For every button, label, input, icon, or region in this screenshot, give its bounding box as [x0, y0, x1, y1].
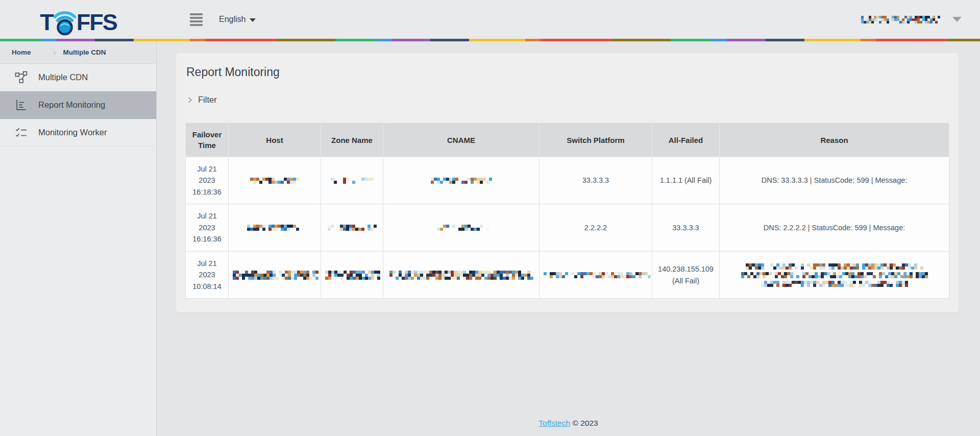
- user-name-redacted: [861, 16, 940, 23]
- cell-reason: DNS: 33.3.3.3 | StatusCode: 599 | Messag…: [720, 157, 949, 204]
- redacted-host: [233, 271, 316, 280]
- page-title: Report Monitoring: [186, 65, 949, 79]
- user-menu[interactable]: [861, 16, 962, 23]
- cell-zone-name: [321, 204, 383, 251]
- cell-all-failed: 1.1.1.1 (All Fail): [652, 157, 720, 204]
- sitemap-icon: [15, 71, 28, 84]
- cell-switch-platform: 2.2.2.2: [540, 204, 652, 251]
- top-header: T FFS English: [0, 0, 980, 39]
- redacted-cname: [387, 178, 535, 184]
- cell-cname: [383, 204, 540, 251]
- cell-switch-platform: [540, 251, 652, 298]
- cell-failover-time: Jul 21 2023 16:18:36: [186, 157, 229, 204]
- breadcrumb-current: Multiple CDN: [63, 49, 106, 56]
- cell-host: [229, 204, 321, 251]
- chevron-down-icon: [952, 17, 962, 22]
- report-table: Failover Time Host Zone Name CNAME Switc…: [185, 123, 949, 299]
- column-header-reason: Reason: [720, 123, 949, 157]
- breadcrumb: Home › Multiple CDN: [0, 41, 156, 64]
- sidebar-item-label: Multiple CDN: [38, 72, 88, 82]
- chevron-right-icon: [186, 96, 193, 104]
- cell-reason: [720, 251, 949, 298]
- sidebar-item-label: Report Monitoring: [38, 100, 105, 110]
- cell-reason: DNS: 2.2.2.2 | StatusCode: 599 | Message…: [720, 204, 949, 251]
- filter-label: Filter: [198, 95, 217, 105]
- cell-all-failed: 140.238.155.109 (All Fail): [652, 251, 720, 298]
- chevron-down-icon: [250, 18, 256, 22]
- column-header-cname: CNAME: [383, 123, 540, 157]
- cell-all-failed: 33.3.3.3: [652, 204, 720, 251]
- cell-host: [229, 251, 321, 298]
- hamburger-menu-icon[interactable]: [189, 10, 204, 29]
- column-header-failover-time: Failover Time: [186, 123, 229, 157]
- checklist-icon: [15, 126, 28, 139]
- cell-switch-platform: 33.3.3.3: [540, 157, 652, 204]
- redacted-zone-name: [325, 271, 379, 280]
- table-row: Jul 21 2023 10:08:14140.238.155.109 (All…: [186, 251, 949, 298]
- language-label: English: [219, 15, 246, 24]
- sidebar-item-multiple-cdn[interactable]: Multiple CDN: [0, 64, 156, 91]
- footer-copyright: © 2023: [572, 419, 598, 427]
- lens-wifi-icon: [52, 6, 78, 36]
- redacted-reason: [724, 263, 945, 287]
- column-header-host: Host: [229, 123, 321, 157]
- breadcrumb-home[interactable]: Home: [12, 49, 31, 56]
- sidebar-item-monitoring-worker[interactable]: Monitoring Worker: [0, 119, 156, 147]
- column-header-switch-platform: Switch Platform: [540, 123, 652, 157]
- cell-cname: [383, 251, 540, 298]
- column-header-zone-name: Zone Name: [321, 123, 383, 157]
- cell-failover-time: Jul 21 2023 10:08:14: [186, 251, 229, 298]
- table-header-row: Failover Time Host Zone Name CNAME Switc…: [186, 123, 949, 157]
- filter-toggle[interactable]: Filter: [186, 95, 949, 105]
- cell-zone-name: [321, 157, 383, 204]
- chevron-right-icon: ›: [54, 48, 56, 57]
- redacted-host: [233, 178, 316, 184]
- redacted-switch-platform: [544, 272, 648, 278]
- sidebar-item-report-monitoring[interactable]: Report Monitoring: [0, 91, 156, 119]
- table-row: Jul 21 2023 16:16:362.2.2.233.3.3.3DNS: …: [186, 204, 949, 251]
- footer-link[interactable]: Toffstech: [538, 419, 570, 427]
- column-header-all-failed: All-Failed: [652, 123, 720, 157]
- redacted-zone-name: [325, 178, 379, 184]
- report-monitoring-card: Report Monitoring Filter Failover Time H…: [176, 53, 959, 312]
- footer: Toffstech © 2023: [157, 419, 980, 436]
- redacted-cname: [387, 271, 535, 280]
- cell-cname: [383, 157, 540, 204]
- sidebar: Home › Multiple CDN Multiple CDN Report …: [0, 41, 157, 436]
- language-dropdown[interactable]: English: [219, 15, 256, 24]
- cell-host: [229, 157, 321, 204]
- report-chart-icon: [15, 99, 28, 111]
- redacted-zone-name: [325, 225, 379, 231]
- toffs-logo[interactable]: T FFS: [0, 0, 157, 39]
- table-row: Jul 21 2023 16:18:3633.3.3.31.1.1.1 (All…: [186, 157, 949, 204]
- sidebar-item-label: Monitoring Worker: [38, 128, 107, 137]
- redacted-cname: [387, 225, 535, 231]
- logo-letters-ffs: FFS: [77, 9, 117, 36]
- cell-zone-name: [321, 251, 383, 298]
- toffs-logo-wordmark: T FFS: [40, 6, 117, 36]
- main-content: Report Monitoring Filter Failover Time H…: [157, 41, 980, 436]
- redacted-host: [233, 225, 316, 231]
- cell-failover-time: Jul 21 2023 16:16:36: [186, 204, 229, 251]
